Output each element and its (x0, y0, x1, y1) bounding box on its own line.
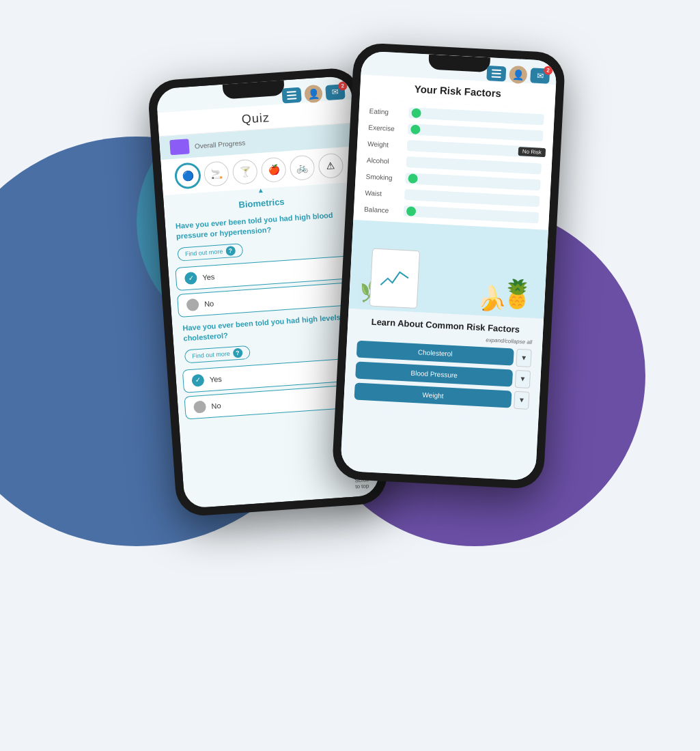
no-risk-badge: No Risk (518, 147, 546, 157)
weight-accordion-button[interactable]: Weight (354, 383, 512, 408)
risk-dot-balance (406, 206, 416, 216)
left-mail-badge: 2 (337, 81, 347, 91)
right-avatar[interactable]: 👤 (509, 66, 527, 84)
learn-section: Learn About Common Risk Factors expand/c… (343, 309, 543, 421)
find-out-more-2-label: Find out more (192, 350, 230, 359)
risk-label-eating: Eating (369, 107, 404, 117)
progress-indicator (169, 139, 189, 155)
cat-warning-icon[interactable]: ⚠ (318, 153, 344, 179)
risk-label-smoking: Smoking (365, 172, 400, 182)
risk-dot-eating (411, 108, 421, 118)
help-icon-2: ? (232, 348, 242, 358)
risk-dot-exercise (410, 124, 421, 134)
risk-label-weight: Weight (367, 139, 402, 149)
check-icon-q1-yes: ✓ (184, 272, 197, 285)
phone-right: 👤 ✉ 2 Your Risk Factors Eating (331, 42, 565, 490)
risk-dot-smoking (408, 173, 418, 184)
right-mail-button[interactable]: ✉ 2 (530, 68, 550, 83)
right-phone-screen: 👤 ✉ 2 Your Risk Factors Eating (340, 51, 557, 481)
find-out-more-2-button[interactable]: Find out more ? (184, 345, 250, 363)
risk-label-balance: Balance (363, 205, 398, 214)
cat-smoke-icon[interactable]: 🚬 (203, 160, 229, 186)
answer-q1-yes-label: Yes (201, 272, 214, 281)
left-menu-button[interactable] (281, 87, 301, 104)
progress-label: Overall Progress (194, 139, 245, 150)
phones-container: 👤 ✉ 2 Quiz Overall Progress 🔵 🚬 (0, 34, 700, 751)
answer-q1-no-label: No (204, 299, 214, 308)
help-icon-1: ? (225, 246, 235, 256)
radio-q1-no (186, 298, 199, 311)
find-out-more-1-label: Find out more (184, 248, 223, 257)
cat-biometrics-icon[interactable]: 🔵 (174, 162, 200, 188)
right-hamburger-icon (491, 69, 501, 78)
cat-drink-icon[interactable]: 🍸 (232, 158, 257, 184)
health-image-section: 🌿 🍌 🍍 (348, 220, 548, 319)
blood-pressure-accordion-arrow[interactable]: ▼ (514, 370, 530, 388)
right-mail-badge: 2 (543, 66, 552, 75)
right-phone-header: 👤 ✉ 2 (486, 64, 550, 85)
cat-apple-icon[interactable]: 🍎 (260, 157, 286, 183)
risk-bar-balance (403, 206, 539, 223)
risk-label-waist: Waist (365, 188, 400, 198)
left-avatar[interactable]: 👤 (304, 85, 323, 104)
risk-factors-list: Eating Exercise Weight (353, 98, 555, 230)
right-menu-button[interactable] (486, 66, 506, 81)
hamburger-icon (286, 91, 296, 100)
pineapple-icon: 🍍 (499, 278, 535, 312)
check-icon-q2-yes: ✓ (191, 373, 204, 386)
radio-q2-no (193, 400, 206, 413)
cholesterol-accordion-arrow[interactable]: ▼ (516, 349, 531, 367)
risk-label-alcohol: Alcohol (366, 156, 401, 165)
answer-q2-no-label: No (211, 401, 221, 410)
weight-accordion-arrow[interactable]: ▼ (514, 391, 529, 410)
clipboard-icon (369, 249, 419, 309)
left-mail-button[interactable]: ✉ 2 (325, 84, 345, 100)
answer-q2-yes-label: Yes (209, 374, 222, 383)
find-out-more-1-button[interactable]: Find out more ? (177, 243, 243, 261)
risk-label-exercise: Exercise (368, 124, 403, 133)
right-screen-content: Your Risk Factors Eating Exercise (340, 51, 557, 481)
cat-bike-icon[interactable]: 🚲 (289, 155, 315, 181)
